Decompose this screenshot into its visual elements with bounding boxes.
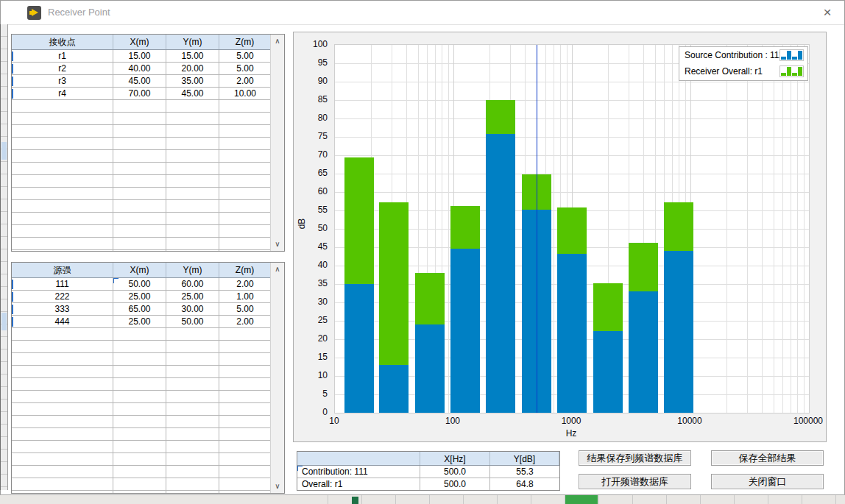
table-row[interactable]: 22225.0025.001.00 <box>12 291 271 303</box>
table-row[interactable] <box>12 150 271 163</box>
legend-entry[interactable]: Receiver Overall: r1 <box>679 63 807 79</box>
empty-cell[interactable] <box>12 478 113 491</box>
empty-cell[interactable] <box>219 150 271 163</box>
table-cell[interactable]: 333 <box>12 303 113 316</box>
empty-cell[interactable] <box>113 150 166 163</box>
empty-cell[interactable] <box>219 441 271 453</box>
table-row[interactable] <box>12 328 271 341</box>
table-row[interactable] <box>12 175 271 188</box>
table-row[interactable]: 接收点X(m)Y(m)Z(m) <box>12 35 271 50</box>
empty-cell[interactable] <box>113 441 166 453</box>
open-spectrum-db-button[interactable]: 打开频谱数据库 <box>579 474 691 489</box>
table-row[interactable] <box>12 113 271 125</box>
empty-cell[interactable] <box>166 353 219 366</box>
source-strength-grid[interactable]: 源强X(m)Y(m)Z(m)11150.0060.002.0022225.002… <box>12 263 271 493</box>
plot-cursor[interactable] <box>537 45 537 413</box>
table-row[interactable] <box>12 391 271 403</box>
table-row[interactable]: 源强X(m)Y(m)Z(m) <box>12 263 271 278</box>
empty-cell[interactable] <box>166 453 219 466</box>
empty-cell[interactable] <box>166 428 219 441</box>
empty-cell[interactable] <box>219 328 271 341</box>
table-cell[interactable]: 2.00 <box>219 278 271 291</box>
empty-cell[interactable] <box>166 225 219 238</box>
table-cell[interactable]: 45.00 <box>166 88 219 100</box>
save-to-spectrum-db-button[interactable]: 结果保存到频谱数据库 <box>579 450 691 466</box>
table-row[interactable]: 11150.0060.002.00 <box>12 278 271 291</box>
empty-cell[interactable] <box>166 125 219 138</box>
table-cell[interactable]: 15.00 <box>113 50 166 63</box>
table-row[interactable] <box>12 428 271 441</box>
table-row[interactable] <box>12 200 271 213</box>
empty-cell[interactable] <box>166 366 219 378</box>
empty-cell[interactable] <box>219 428 271 441</box>
empty-cell[interactable] <box>166 466 219 478</box>
empty-cell[interactable] <box>113 366 166 378</box>
empty-cell[interactable] <box>219 391 271 403</box>
empty-cell[interactable] <box>219 353 271 366</box>
empty-cell[interactable] <box>166 341 219 353</box>
table-cell[interactable]: 35.00 <box>166 75 219 88</box>
table-row[interactable] <box>12 453 271 466</box>
empty-cell[interactable] <box>166 175 219 188</box>
table-cell[interactable]: 111 <box>12 278 113 291</box>
receiver-point-grid[interactable]: 接收点X(m)Y(m)Z(m)r115.0015.005.00r240.0020… <box>12 35 271 251</box>
empty-cell[interactable] <box>113 378 166 391</box>
table-row[interactable] <box>12 188 271 200</box>
table-row[interactable] <box>12 478 271 491</box>
receiver-table-scrollbar[interactable]: ∧ ∨ <box>270 35 284 251</box>
empty-cell[interactable] <box>219 250 271 251</box>
empty-cell[interactable] <box>219 188 271 200</box>
empty-cell[interactable] <box>113 213 166 225</box>
table-row[interactable] <box>12 366 271 378</box>
table-row[interactable] <box>12 416 271 428</box>
empty-cell[interactable] <box>219 200 271 213</box>
table-cell[interactable]: 30.00 <box>166 303 219 316</box>
empty-cell[interactable] <box>219 403 271 416</box>
table-row[interactable] <box>12 163 271 175</box>
empty-cell[interactable] <box>113 113 166 125</box>
empty-cell[interactable] <box>166 113 219 125</box>
table-row[interactable]: r470.0045.0010.00 <box>12 88 271 100</box>
empty-cell[interactable] <box>166 416 219 428</box>
empty-cell[interactable] <box>12 366 113 378</box>
empty-cell[interactable] <box>12 491 113 493</box>
table-row[interactable] <box>12 441 271 453</box>
table-row[interactable]: 33365.0030.005.00 <box>12 303 271 316</box>
empty-cell[interactable] <box>113 175 166 188</box>
table-cell[interactable]: r1 <box>12 50 113 63</box>
table-cell[interactable]: 60.00 <box>166 278 219 291</box>
empty-cell[interactable] <box>166 150 219 163</box>
table-cell[interactable]: 25.00 <box>113 316 166 328</box>
empty-cell[interactable] <box>113 328 166 341</box>
empty-cell[interactable] <box>219 113 271 125</box>
empty-cell[interactable] <box>166 378 219 391</box>
empty-cell[interactable] <box>166 478 219 491</box>
empty-cell[interactable] <box>166 391 219 403</box>
empty-cell[interactable] <box>12 213 113 225</box>
empty-cell[interactable] <box>113 138 166 150</box>
table-cell[interactable]: 50.00 <box>166 316 219 328</box>
empty-cell[interactable] <box>113 125 166 138</box>
empty-cell[interactable] <box>219 466 271 478</box>
table-cell[interactable]: 55.3 <box>490 466 559 478</box>
empty-cell[interactable] <box>12 416 113 428</box>
table-cell[interactable]: Contribution: 111 <box>297 466 420 478</box>
empty-cell[interactable] <box>219 163 271 175</box>
empty-cell[interactable] <box>219 491 271 493</box>
legend-entry[interactable]: Source Contribution : 111 <box>679 47 807 63</box>
table-cell[interactable]: 45.00 <box>113 75 166 88</box>
empty-cell[interactable] <box>219 175 271 188</box>
empty-cell[interactable] <box>113 416 166 428</box>
table-cell[interactable]: 5.00 <box>219 63 271 75</box>
table-cell[interactable]: 5.00 <box>219 303 271 316</box>
empty-cell[interactable] <box>219 138 271 150</box>
empty-cell[interactable] <box>166 441 219 453</box>
table-row[interactable]: X[Hz]Y[dB] <box>297 452 559 466</box>
table-row[interactable]: r240.0020.005.00 <box>12 63 271 75</box>
table-row[interactable] <box>12 403 271 416</box>
empty-cell[interactable] <box>166 200 219 213</box>
empty-cell[interactable] <box>113 163 166 175</box>
table-cell[interactable]: 2.00 <box>219 316 271 328</box>
empty-cell[interactable] <box>219 366 271 378</box>
empty-cell[interactable] <box>12 113 113 125</box>
